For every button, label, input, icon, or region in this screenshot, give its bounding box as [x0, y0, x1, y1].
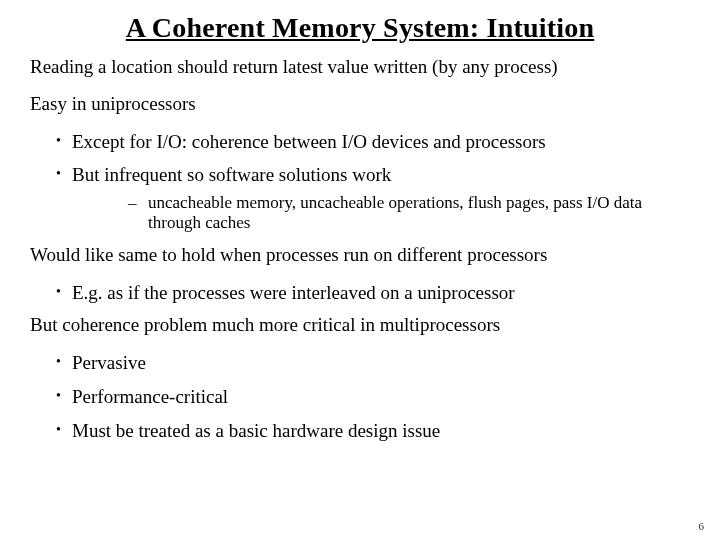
page-number: 6 [699, 520, 705, 532]
bullet-item: Except for I/O: coherence between I/O de… [30, 130, 690, 154]
bullet-list: Pervasive Performance-critical Must be t… [30, 351, 690, 442]
paragraph: But coherence problem much more critical… [30, 314, 690, 337]
slide: A Coherent Memory System: Intuition Read… [0, 0, 720, 540]
sub-item: uncacheable memory, uncacheable operatio… [72, 193, 690, 234]
bullet-item: Pervasive [30, 351, 690, 375]
sub-list: uncacheable memory, uncacheable operatio… [72, 193, 690, 234]
paragraph: Would like same to hold when processes r… [30, 244, 690, 267]
bullet-item: E.g. as if the processes were interleave… [30, 281, 690, 305]
bullet-list: E.g. as if the processes were interleave… [30, 281, 690, 305]
paragraph: Reading a location should return latest … [30, 56, 690, 79]
slide-title: A Coherent Memory System: Intuition [30, 12, 690, 44]
bullet-list: Except for I/O: coherence between I/O de… [30, 130, 690, 234]
bullet-item: Must be treated as a basic hardware desi… [30, 419, 690, 443]
bullet-text: But infrequent so software solutions wor… [72, 164, 391, 185]
bullet-item: But infrequent so software solutions wor… [30, 163, 690, 234]
bullet-item: Performance-critical [30, 385, 690, 409]
paragraph: Easy in uniprocessors [30, 93, 690, 116]
